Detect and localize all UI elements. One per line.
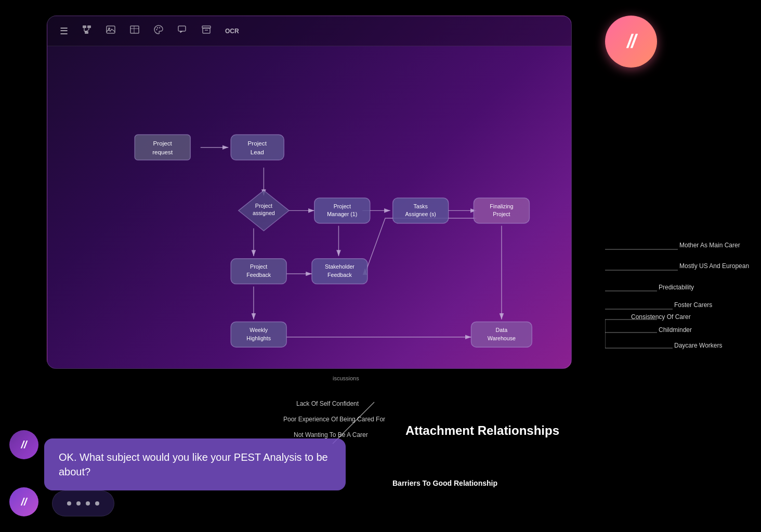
svg-text:Project: Project: [248, 140, 267, 147]
attachment-curve-svg: [353, 402, 416, 464]
lack-self-confident: Lack Of Self Confident: [296, 400, 359, 407]
svg-text:Warehouse: Warehouse: [488, 335, 516, 341]
svg-text:Feedback: Feedback: [327, 272, 352, 278]
chat-icon[interactable]: [175, 22, 190, 39]
svg-text:request: request: [152, 149, 173, 155]
svg-text:Manager (1): Manager (1): [327, 211, 357, 217]
mindmap-label-daycare: Daycare Workers: [674, 342, 722, 349]
palette-icon[interactable]: [151, 22, 166, 39]
toolbar: ☰: [47, 16, 571, 46]
dot-3: [86, 501, 90, 506]
main-canvas: ☰: [47, 16, 572, 369]
svg-rect-34: [231, 135, 284, 160]
flowchart-area: Project request Project Lead Project ass…: [47, 46, 571, 369]
ocr-icon[interactable]: OCR: [223, 25, 241, 37]
avatar-logo: //: [21, 439, 27, 451]
table-icon[interactable]: [127, 22, 142, 39]
avatar-logo-secondary: //: [21, 496, 27, 508]
attachment-relationships-label: Attachment Relationships: [405, 422, 559, 438]
svg-text:Data: Data: [496, 327, 508, 333]
dots-bar: [52, 490, 114, 516]
flowchart-svg: Project request Project Lead Project ass…: [47, 46, 571, 369]
svg-rect-0: [83, 25, 86, 28]
svg-text:Project: Project: [493, 211, 510, 217]
svg-text:assigned: assigned: [253, 210, 275, 216]
app-logo: //: [605, 16, 657, 68]
mindmap-label-consistency: Consistency Of Carer: [631, 313, 691, 321]
discussions-label: iscussions: [333, 375, 359, 381]
svg-point-12: [156, 29, 157, 30]
svg-rect-1: [87, 25, 91, 28]
svg-text:Lead: Lead: [251, 149, 264, 155]
svg-text:Tasks: Tasks: [413, 203, 427, 209]
chat-bubble: OK. What subject would you like your PES…: [44, 438, 346, 490]
mindmap-label-foster: Foster Carers: [674, 301, 712, 309]
archive-icon[interactable]: [199, 22, 214, 39]
avatar-circle-secondary: //: [9, 487, 38, 516]
image-icon[interactable]: [103, 22, 118, 39]
svg-rect-15: [178, 26, 186, 31]
svg-point-13: [157, 27, 158, 28]
svg-rect-7: [107, 26, 115, 33]
svg-text:Project: Project: [153, 140, 173, 147]
mindmap-label-childminder: Childminder: [659, 326, 692, 334]
svg-text:Stakeholder: Stakeholder: [325, 263, 355, 270]
app-logo-text: //: [627, 31, 635, 52]
dot-4: [95, 501, 99, 506]
mindmap-label-predictability: Predictability: [659, 284, 694, 291]
svg-text:Highlights: Highlights: [246, 335, 271, 341]
chat-bubble-container: OK. What subject would you like your PES…: [44, 438, 346, 490]
mindmap-label-mother: Mother As Main Carer: [679, 242, 740, 249]
diagram-icon[interactable]: [80, 22, 94, 39]
dot-1: [67, 501, 71, 506]
svg-rect-31: [135, 135, 190, 160]
mindmap-container: Mother As Main Carer Mostly US And Europ…: [605, 234, 751, 444]
svg-line-6: [87, 30, 89, 31]
avatar-circle-main: //: [9, 430, 38, 459]
dot-2: [76, 501, 81, 506]
svg-rect-17: [203, 28, 210, 33]
svg-text:Project: Project: [255, 203, 272, 209]
svg-text:Weekly: Weekly: [250, 327, 268, 333]
svg-text:Project: Project: [334, 203, 351, 209]
svg-rect-9: [130, 26, 139, 33]
mindmap-label-us: Mostly US And European: [679, 262, 749, 270]
svg-text:Finalizing: Finalizing: [490, 203, 513, 209]
svg-text:Project: Project: [250, 263, 267, 270]
list-icon[interactable]: ☰: [58, 23, 70, 39]
svg-text:Feedback: Feedback: [246, 272, 271, 278]
barriers-label: Barriers To Good Relationship: [392, 478, 497, 488]
chat-message: OK. What subject would you like your PES…: [59, 451, 328, 477]
svg-text:Assignee (s): Assignee (s): [405, 211, 436, 217]
svg-point-14: [159, 27, 160, 28]
